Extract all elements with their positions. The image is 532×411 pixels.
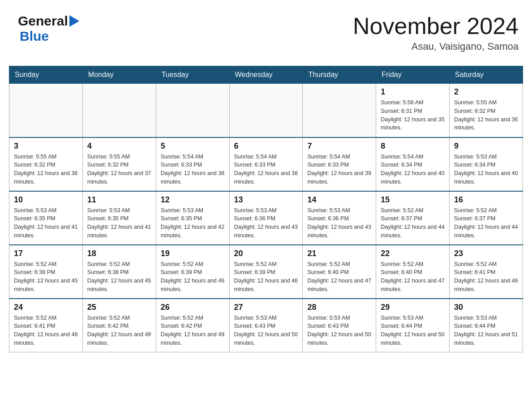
day-info: Sunrise: 5:52 AMSunset: 6:42 PMDaylight:… [87,314,151,347]
day-info: Sunrise: 5:54 AMSunset: 6:34 PMDaylight:… [381,153,445,186]
day-number: 8 [381,141,445,151]
table-row: 23Sunrise: 5:52 AMSunset: 6:41 PMDayligh… [450,245,523,299]
table-row: 25Sunrise: 5:52 AMSunset: 6:42 PMDayligh… [82,299,156,352]
calendar-week-row: 24Sunrise: 5:52 AMSunset: 6:41 PMDayligh… [9,299,523,352]
day-number: 30 [454,303,518,312]
page-header: General Blue November 2024 Asau, Vaisiga… [9,9,523,57]
table-row: 18Sunrise: 5:52 AMSunset: 6:38 PMDayligh… [82,245,156,299]
table-row: 13Sunrise: 5:53 AMSunset: 6:36 PMDayligh… [229,191,303,245]
table-row: 15Sunrise: 5:52 AMSunset: 6:37 PMDayligh… [376,191,450,245]
day-number: 28 [307,303,371,312]
table-row [82,84,156,137]
table-row: 6Sunrise: 5:54 AMSunset: 6:33 PMDaylight… [229,137,303,191]
col-sunday: Sunday [9,66,83,84]
day-info: Sunrise: 5:55 AMSunset: 6:32 PMDaylight:… [14,153,78,186]
day-info: Sunrise: 5:56 AMSunset: 6:31 PMDaylight:… [381,98,445,132]
table-row: 21Sunrise: 5:52 AMSunset: 6:40 PMDayligh… [303,245,376,299]
table-row: 5Sunrise: 5:54 AMSunset: 6:33 PMDaylight… [156,137,229,191]
table-row [303,84,376,137]
day-number: 3 [14,141,78,151]
day-number: 25 [87,303,151,312]
table-row: 9Sunrise: 5:53 AMSunset: 6:34 PMDaylight… [450,137,523,191]
day-info: Sunrise: 5:53 AMSunset: 6:36 PMDaylight:… [234,206,298,240]
table-row: 11Sunrise: 5:53 AMSunset: 6:35 PMDayligh… [82,191,156,245]
day-info: Sunrise: 5:53 AMSunset: 6:35 PMDaylight:… [161,206,225,240]
calendar-month-year: November 2024 [353,13,519,39]
day-number: 23 [454,249,518,258]
table-row: 19Sunrise: 5:52 AMSunset: 6:39 PMDayligh… [156,245,229,299]
day-info: Sunrise: 5:52 AMSunset: 6:38 PMDaylight:… [87,260,151,294]
table-row: 7Sunrise: 5:54 AMSunset: 6:33 PMDaylight… [303,137,376,191]
table-row: 22Sunrise: 5:52 AMSunset: 6:40 PMDayligh… [376,245,450,299]
col-thursday: Thursday [303,66,376,84]
logo-triangle-icon [69,15,79,29]
day-number: 27 [234,303,298,312]
table-row [9,84,83,137]
day-info: Sunrise: 5:52 AMSunset: 6:40 PMDaylight:… [307,260,371,294]
table-row: 10Sunrise: 5:53 AMSunset: 6:35 PMDayligh… [9,191,83,245]
day-number: 1 [381,87,445,97]
day-number: 16 [454,195,518,205]
day-info: Sunrise: 5:53 AMSunset: 6:43 PMDaylight:… [307,314,371,347]
table-row: 8Sunrise: 5:54 AMSunset: 6:34 PMDaylight… [376,137,450,191]
day-number: 13 [234,195,298,205]
day-number: 24 [14,303,78,312]
day-number: 18 [87,249,151,258]
day-info: Sunrise: 5:52 AMSunset: 6:41 PMDaylight:… [14,314,78,347]
table-row: 26Sunrise: 5:52 AMSunset: 6:42 PMDayligh… [156,299,229,352]
calendar-week-row: 3Sunrise: 5:55 AMSunset: 6:32 PMDaylight… [9,137,523,191]
day-info: Sunrise: 5:53 AMSunset: 6:36 PMDaylight:… [307,206,371,240]
day-number: 20 [234,249,298,258]
calendar-location: Asau, Vaisigano, Samoa [353,41,519,52]
table-row: 4Sunrise: 5:55 AMSunset: 6:32 PMDaylight… [82,137,156,191]
day-info: Sunrise: 5:52 AMSunset: 6:37 PMDaylight:… [381,206,445,240]
table-row: 3Sunrise: 5:55 AMSunset: 6:32 PMDaylight… [9,137,83,191]
day-info: Sunrise: 5:55 AMSunset: 6:32 PMDaylight:… [454,98,518,132]
day-number: 21 [307,249,371,258]
day-number: 11 [87,195,151,205]
day-number: 10 [14,195,78,205]
col-saturday: Saturday [450,66,523,84]
table-row: 30Sunrise: 5:53 AMSunset: 6:44 PMDayligh… [450,299,523,352]
table-row: 20Sunrise: 5:52 AMSunset: 6:39 PMDayligh… [229,245,303,299]
day-info: Sunrise: 5:55 AMSunset: 6:32 PMDaylight:… [87,153,151,186]
day-number: 9 [454,141,518,151]
svg-marker-0 [69,15,79,27]
day-info: Sunrise: 5:54 AMSunset: 6:33 PMDaylight:… [161,153,225,186]
day-number: 17 [14,249,78,258]
day-info: Sunrise: 5:52 AMSunset: 6:38 PMDaylight:… [14,260,78,294]
day-info: Sunrise: 5:52 AMSunset: 6:39 PMDaylight:… [234,260,298,294]
day-info: Sunrise: 5:52 AMSunset: 6:40 PMDaylight:… [381,260,445,294]
logo: General Blue [18,13,79,44]
table-row [156,84,229,137]
day-info: Sunrise: 5:53 AMSunset: 6:34 PMDaylight:… [454,153,518,186]
day-number: 26 [161,303,225,312]
day-info: Sunrise: 5:54 AMSunset: 6:33 PMDaylight:… [234,153,298,186]
day-info: Sunrise: 5:54 AMSunset: 6:33 PMDaylight:… [307,153,371,186]
logo-blue-text: Blue [20,29,49,43]
day-number: 19 [161,249,225,258]
table-row: 14Sunrise: 5:53 AMSunset: 6:36 PMDayligh… [303,191,376,245]
table-row: 16Sunrise: 5:52 AMSunset: 6:37 PMDayligh… [450,191,523,245]
calendar-week-row: 1Sunrise: 5:56 AMSunset: 6:31 PMDaylight… [9,84,523,137]
calendar-header-row: Sunday Monday Tuesday Wednesday Thursday… [9,66,523,84]
day-number: 15 [381,195,445,205]
day-info: Sunrise: 5:53 AMSunset: 6:35 PMDaylight:… [87,206,151,240]
table-row: 2Sunrise: 5:55 AMSunset: 6:32 PMDaylight… [450,84,523,137]
day-number: 14 [307,195,371,205]
day-info: Sunrise: 5:53 AMSunset: 6:43 PMDaylight:… [234,314,298,347]
day-info: Sunrise: 5:53 AMSunset: 6:44 PMDaylight:… [454,314,518,347]
day-info: Sunrise: 5:52 AMSunset: 6:41 PMDaylight:… [454,260,518,294]
col-friday: Friday [376,66,450,84]
day-number: 4 [87,141,151,151]
table-row: 1Sunrise: 5:56 AMSunset: 6:31 PMDaylight… [376,84,450,137]
col-wednesday: Wednesday [229,66,303,84]
day-number: 6 [234,141,298,151]
table-row: 12Sunrise: 5:53 AMSunset: 6:35 PMDayligh… [156,191,229,245]
col-monday: Monday [82,66,156,84]
col-tuesday: Tuesday [156,66,229,84]
table-row [229,84,303,137]
day-info: Sunrise: 5:52 AMSunset: 6:37 PMDaylight:… [454,206,518,240]
table-row: 17Sunrise: 5:52 AMSunset: 6:38 PMDayligh… [9,245,83,299]
day-number: 5 [161,141,225,151]
